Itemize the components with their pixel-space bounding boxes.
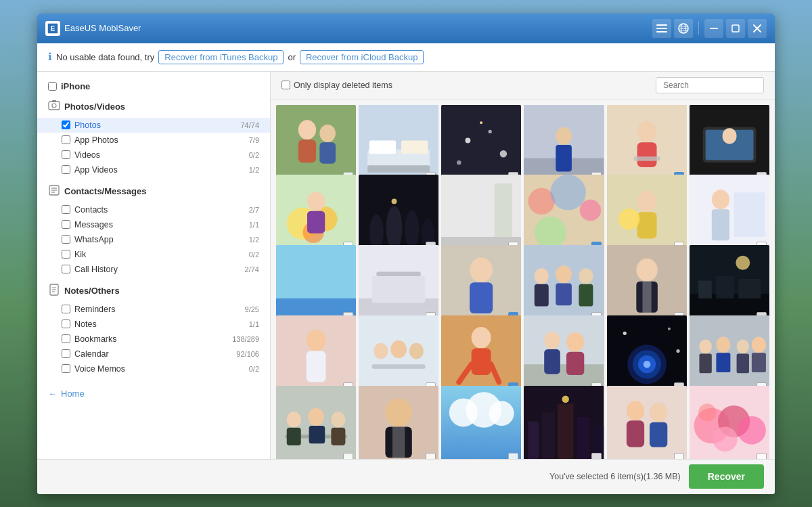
svg-point-94 — [535, 268, 549, 284]
photo-cell[interactable] — [690, 175, 769, 255]
sidebar-item-kik[interactable]: Kik 0/2 — [37, 247, 270, 262]
messages-count: 1/1 — [232, 221, 259, 229]
photo-image — [359, 386, 438, 459]
bookmarks-checkbox[interactable] — [62, 334, 70, 343]
photo-cell[interactable] — [690, 105, 769, 185]
svg-point-148 — [331, 412, 345, 428]
svg-point-40 — [480, 121, 482, 124]
sidebar-item-call-history[interactable]: Call History 2/74 — [37, 262, 270, 277]
icloud-backup-link[interactable]: Recover from iCloud Backup — [300, 50, 424, 64]
svg-rect-120 — [472, 348, 491, 374]
messages-checkbox[interactable] — [62, 220, 70, 229]
photo-select-checkbox[interactable] — [343, 453, 353, 459]
sidebar-item-photos[interactable]: Photos 74/74 — [37, 118, 270, 133]
photo-select-checkbox[interactable] — [757, 453, 767, 459]
search-input[interactable] — [656, 77, 764, 93]
photo-cell[interactable] — [690, 245, 769, 325]
whatsapp-label: WhatsApp — [74, 235, 232, 244]
sidebar-item-messages[interactable]: Messages 1/1 — [37, 217, 270, 232]
photo-cell[interactable] — [524, 245, 604, 325]
device-checkbox[interactable] — [48, 82, 57, 91]
photo-cell[interactable] — [276, 315, 356, 395]
photo-cell[interactable] — [359, 245, 438, 325]
device-item[interactable]: iPhone — [37, 77, 270, 95]
videos-checkbox[interactable] — [62, 150, 70, 159]
call-history-checkbox[interactable] — [62, 265, 70, 273]
close-button[interactable] — [748, 19, 767, 38]
menu-button[interactable] — [652, 19, 671, 38]
photo-cell[interactable] — [359, 386, 438, 459]
svg-rect-141 — [736, 353, 748, 373]
sidebar-item-contacts[interactable]: Contacts 2/7 — [37, 202, 270, 217]
main-content: iPhone Photos/Videos Photos 74/74 Ap — [37, 72, 775, 459]
sidebar-item-reminders[interactable]: Reminders 9/25 — [37, 302, 270, 317]
filter-checkbox[interactable] — [281, 81, 290, 89]
calendar-label: Calendar — [74, 349, 232, 359]
photo-cell[interactable] — [524, 315, 604, 395]
svg-rect-137 — [699, 353, 711, 373]
photo-cell[interactable] — [524, 175, 604, 255]
app-photos-checkbox[interactable] — [62, 135, 70, 144]
voice-memos-checkbox[interactable] — [62, 364, 70, 373]
reminders-checkbox[interactable] — [62, 305, 70, 313]
svg-rect-171 — [650, 422, 667, 447]
filter-label[interactable]: Only display deleted items — [281, 81, 392, 90]
notes-checkbox[interactable] — [62, 319, 70, 328]
itunes-backup-link[interactable]: Recover from iTunes Backup — [158, 50, 284, 64]
photo-select-checkbox[interactable] — [674, 453, 684, 459]
photo-cell[interactable] — [607, 315, 687, 395]
svg-point-131 — [643, 361, 650, 368]
photo-cell[interactable] — [524, 386, 604, 459]
minimize-button[interactable] — [704, 19, 723, 38]
photo-cell[interactable] — [524, 105, 604, 185]
photo-cell[interactable] — [690, 315, 769, 395]
device-label: iPhone — [61, 81, 90, 91]
photo-cell[interactable] — [441, 386, 521, 459]
photos-label: Photos — [74, 120, 232, 130]
sidebar-item-voice-memos[interactable]: Voice Memos 0/2 — [37, 361, 270, 376]
svg-rect-48 — [633, 156, 660, 161]
photo-select-checkbox[interactable] — [508, 453, 518, 459]
sidebar-item-bookmarks[interactable]: Bookmarks 138/289 — [37, 332, 270, 347]
svg-rect-139 — [716, 353, 730, 372]
photo-select-checkbox[interactable] — [591, 453, 602, 459]
photo-select-checkbox[interactable] — [426, 453, 436, 459]
photo-cell[interactable] — [441, 315, 521, 395]
svg-rect-97 — [556, 284, 572, 306]
photo-cell[interactable] — [690, 386, 769, 459]
photo-cell[interactable] — [276, 386, 356, 459]
photos-checkbox[interactable] — [62, 120, 70, 129]
photo-cell[interactable] — [359, 315, 438, 395]
photo-cell[interactable] — [359, 105, 438, 185]
sidebar-item-whatsapp[interactable]: WhatsApp 1/2 — [37, 232, 270, 247]
globe-button[interactable] — [674, 19, 693, 38]
photo-cell[interactable] — [441, 175, 521, 255]
svg-point-72 — [535, 217, 566, 248]
photo-cell[interactable] — [359, 175, 438, 255]
sidebar-item-calendar[interactable]: Calendar 92/106 — [37, 347, 270, 361]
contacts-checkbox[interactable] — [62, 205, 70, 214]
photo-cell[interactable] — [276, 245, 356, 325]
svg-point-101 — [636, 259, 658, 282]
maximize-button[interactable] — [726, 19, 745, 38]
photo-cell[interactable] — [441, 245, 521, 325]
photo-cell[interactable] — [607, 175, 687, 255]
home-button[interactable]: ← Home — [37, 382, 270, 405]
photo-cell[interactable] — [607, 386, 687, 459]
kik-checkbox[interactable] — [62, 250, 70, 259]
sidebar-item-videos[interactable]: Videos 0/2 — [37, 148, 270, 162]
photo-cell[interactable] — [276, 105, 356, 185]
svg-rect-99 — [579, 284, 593, 307]
app-videos-checkbox[interactable] — [62, 165, 70, 174]
sidebar-item-app-photos[interactable]: App Photos 7/9 — [37, 133, 270, 148]
photo-cell[interactable] — [441, 105, 521, 185]
recover-button[interactable]: Recover — [689, 464, 764, 489]
whatsapp-checkbox[interactable] — [62, 235, 70, 244]
photo-cell[interactable] — [607, 105, 687, 185]
photo-cell[interactable] — [607, 245, 687, 325]
photo-cell[interactable] — [276, 175, 356, 255]
calendar-checkbox[interactable] — [62, 349, 70, 358]
sidebar-item-notes[interactable]: Notes 1/1 — [37, 317, 270, 332]
sidebar-item-app-videos[interactable]: App Videos 1/2 — [37, 162, 270, 177]
svg-rect-58 — [307, 211, 325, 234]
